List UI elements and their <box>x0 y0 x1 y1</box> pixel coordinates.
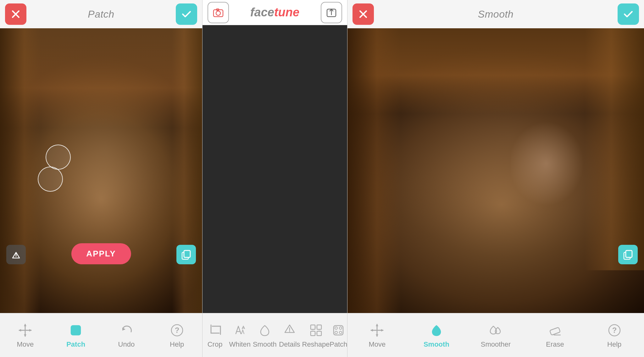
help-icon-right: ? <box>606 322 623 338</box>
patch-circle-1 <box>46 145 71 170</box>
center-top-bar: facetune <box>203 0 347 25</box>
right-tool-help-label: Help <box>607 340 621 349</box>
info-button[interactable] <box>6 245 26 264</box>
smooth-icon-right <box>428 322 445 338</box>
logo-tune-text: tune <box>274 6 299 19</box>
details-icon <box>281 322 298 338</box>
logo-face-text: face <box>250 6 274 19</box>
erase-icon <box>547 322 563 338</box>
undo-icon <box>118 322 135 338</box>
right-tool-help[interactable]: ? Help <box>585 313 644 357</box>
crop-icon <box>207 322 223 338</box>
svg-point-47 <box>335 331 337 334</box>
svg-rect-6 <box>184 250 190 257</box>
left-tool-move[interactable]: Move <box>0 313 51 357</box>
right-photo <box>347 28 644 313</box>
svg-marker-12 <box>19 329 21 332</box>
left-tool-help-label: Help <box>170 340 184 349</box>
move-icon <box>17 322 33 338</box>
patch-icon-center <box>330 322 347 338</box>
left-panel-title: Patch <box>88 8 114 20</box>
center-tool-details-label: Details <box>279 340 300 349</box>
center-photo-area <box>203 25 347 313</box>
left-cancel-button[interactable] <box>5 3 26 25</box>
center-tool-crop-label: Crop <box>208 340 223 349</box>
svg-point-35 <box>289 331 290 332</box>
left-tool-patch-label: Patch <box>66 340 85 349</box>
center-tool-details[interactable]: Details <box>277 313 302 357</box>
left-tool-undo[interactable]: Undo <box>101 313 152 357</box>
svg-marker-58 <box>370 329 373 332</box>
svg-rect-36 <box>311 325 315 329</box>
facetune-logo: facetune <box>250 6 299 19</box>
right-cancel-button[interactable] <box>353 3 374 25</box>
left-tool-undo-label: Undo <box>118 340 135 349</box>
whiten-icon <box>232 322 248 338</box>
patch-circle-2 <box>38 167 63 192</box>
svg-point-46 <box>339 327 342 329</box>
right-confirm-button[interactable] <box>618 3 639 25</box>
left-photo <box>0 28 202 313</box>
svg-text:?: ? <box>612 326 617 334</box>
right-tool-move-label: Move <box>369 340 386 349</box>
share-button[interactable] <box>321 2 342 23</box>
right-tool-smoother[interactable]: Smoother <box>466 313 525 357</box>
right-photo-area[interactable] <box>347 28 644 313</box>
center-tool-whiten[interactable]: Whiten <box>227 313 252 357</box>
center-tool-patch-label: Patch <box>330 340 347 349</box>
svg-rect-60 <box>550 327 560 335</box>
smooth-icon-center <box>257 322 273 338</box>
center-tool-patch[interactable]: Patch <box>330 313 347 357</box>
svg-point-45 <box>335 327 337 329</box>
help-icon-left: ? <box>169 322 185 338</box>
svg-marker-10 <box>24 324 26 326</box>
left-photo-area[interactable]: APPLY <box>0 28 202 313</box>
left-confirm-button[interactable] <box>176 3 197 25</box>
svg-marker-11 <box>24 334 26 337</box>
center-toolbar: Crop Whiten Smooth <box>203 313 347 357</box>
svg-marker-56 <box>376 324 378 326</box>
camera-button[interactable] <box>208 2 229 23</box>
smoother-icon <box>487 322 504 338</box>
left-tool-help[interactable]: ? Help <box>152 313 202 357</box>
left-tool-move-label: Move <box>17 340 34 349</box>
center-tool-whiten-label: Whiten <box>229 340 250 349</box>
right-toolbar: Move Smooth Smoother <box>347 313 644 357</box>
center-tool-crop[interactable]: Crop <box>203 313 227 357</box>
right-tool-smooth[interactable]: Smooth <box>407 313 466 357</box>
copy-button[interactable] <box>176 245 196 264</box>
left-tool-patch[interactable]: Patch <box>51 313 101 357</box>
center-tool-reshape-label: Reshape <box>302 340 330 349</box>
right-tool-erase-label: Erase <box>546 340 564 349</box>
left-top-bar: Patch <box>0 0 202 28</box>
svg-rect-37 <box>317 325 321 329</box>
right-top-bar: Smooth <box>347 0 644 28</box>
center-tool-smooth-label: Smooth <box>253 340 277 349</box>
left-panel: Patch APPLY <box>0 0 202 357</box>
svg-rect-39 <box>317 331 321 336</box>
move-icon-right <box>369 322 385 338</box>
svg-text:?: ? <box>175 326 179 334</box>
patch-icon <box>68 322 84 338</box>
reshape-icon <box>308 322 324 338</box>
right-tool-move[interactable]: Move <box>347 313 407 357</box>
right-copy-button[interactable] <box>618 245 638 264</box>
right-panel-title: Smooth <box>478 8 514 20</box>
svg-marker-23 <box>122 327 125 331</box>
svg-point-27 <box>216 11 220 15</box>
svg-marker-13 <box>29 329 32 332</box>
center-tool-reshape[interactable]: Reshape <box>302 313 330 357</box>
right-panel: Smooth <box>347 0 644 357</box>
right-tool-erase[interactable]: Erase <box>525 313 585 357</box>
left-toolbar: Move Patch <box>0 313 202 357</box>
svg-rect-38 <box>311 331 315 336</box>
right-tool-smoother-label: Smoother <box>481 340 511 349</box>
svg-marker-57 <box>376 334 378 337</box>
svg-point-48 <box>339 331 342 334</box>
apply-button[interactable]: APPLY <box>71 243 131 264</box>
center-tool-smooth[interactable]: Smooth <box>252 313 277 357</box>
right-tool-smooth-label: Smooth <box>424 340 449 349</box>
svg-rect-52 <box>626 250 632 257</box>
svg-point-4 <box>16 253 17 254</box>
center-panel: facetune <box>202 0 347 357</box>
